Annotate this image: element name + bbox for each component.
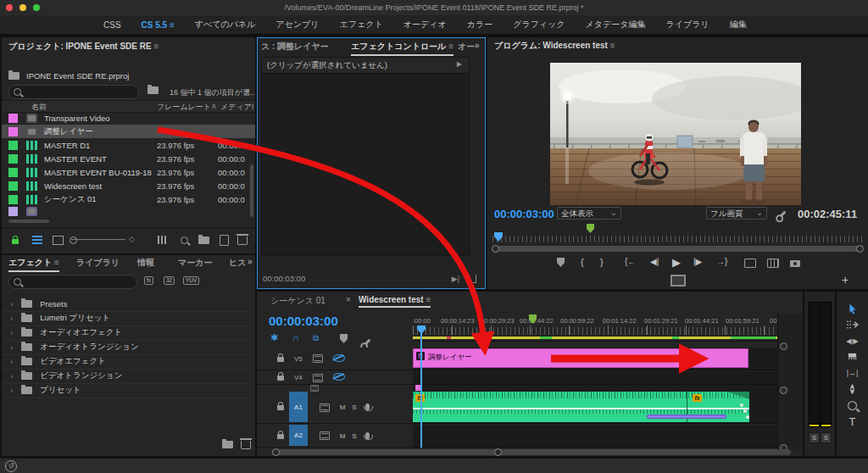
goto-out-icon[interactable]: →} <box>716 257 727 266</box>
tab-libraries[interactable]: ライブラリ <box>76 257 120 269</box>
sequence-marker-icon[interactable] <box>587 224 594 233</box>
track-header-v4[interactable]: V4 <box>257 371 413 385</box>
table-row[interactable]: Transparent Video <box>2 111 255 125</box>
table-row-partial[interactable] <box>2 206 255 217</box>
icon-view-icon[interactable] <box>53 236 64 245</box>
tab-sequence-01[interactable]: シーケンス 01 <box>270 295 326 307</box>
pen-tool[interactable] <box>842 381 864 397</box>
table-row[interactable]: シーケンス 01 23.976 fps 00:00:0 <box>2 192 255 206</box>
label-color-chip[interactable] <box>8 207 18 216</box>
effects-folder-row[interactable]: ›Presets <box>2 297 249 312</box>
timeline-playhead-line[interactable] <box>420 332 422 448</box>
track-lock-icon[interactable] <box>277 403 284 412</box>
export-frame-icon[interactable] <box>790 259 800 269</box>
mark-in-icon[interactable]: { <box>581 257 584 267</box>
zoom-tool[interactable] <box>842 398 864 413</box>
tab-overflow-icon[interactable]: » <box>475 41 480 50</box>
extract-icon[interactable] <box>767 259 779 268</box>
mute-button[interactable]: M <box>337 403 348 411</box>
comparison-view-icon[interactable] <box>670 275 686 287</box>
ripple-edit-tool[interactable]: ◀|▶ <box>842 333 864 348</box>
track-target-a2[interactable]: A2 <box>289 425 308 446</box>
snap-magnet-icon[interactable]: ∩ <box>292 332 299 342</box>
search-bin-icon[interactable] <box>147 86 159 96</box>
workspace-tab-audio[interactable]: オーディオ <box>403 19 447 31</box>
project-hscrollbar[interactable] <box>8 220 49 223</box>
new-bin-icon[interactable] <box>198 236 209 246</box>
label-color-chip[interactable] <box>8 195 18 204</box>
table-row[interactable]: MASTER D1 23.976 fps 00:00:0 <box>2 138 255 152</box>
tab-source-clip[interactable]: ス : 調整レイヤー <box>261 41 329 53</box>
toggle-track-output-icon[interactable] <box>333 354 345 364</box>
voiceover-mic-icon[interactable] <box>365 403 370 412</box>
mute-button[interactable]: M <box>337 432 348 440</box>
label-color-chip[interactable] <box>8 168 18 177</box>
quality-select[interactable]: フル画質⌄ <box>706 207 767 220</box>
effects-folder-row[interactable]: ›オーディオトランジション <box>2 340 249 355</box>
linked-selection-icon[interactable]: ⧉ <box>313 333 319 343</box>
workspace-tab-metadata[interactable]: メタデータ編集 <box>586 19 646 31</box>
expand-chevron-icon[interactable]: › <box>10 314 13 323</box>
zoom-slider-knob[interactable] <box>70 236 77 244</box>
expand-chevron-icon[interactable]: › <box>10 342 13 352</box>
slip-tool[interactable]: |↔| <box>842 365 864 381</box>
accelerated-effects-badge-icon[interactable]: fx <box>144 276 153 285</box>
step-back-icon[interactable]: ◀| <box>650 257 659 266</box>
panel-menu-icon[interactable]: ≡ <box>153 42 159 51</box>
new-custom-bin-icon[interactable] <box>222 441 233 450</box>
play-icon[interactable]: ▶ <box>672 256 681 269</box>
workspace-tab-all-panels[interactable]: すべてのパネル <box>195 19 256 31</box>
scrollbar-right-knob[interactable] <box>856 245 864 253</box>
source-patch-icon[interactable] <box>320 431 330 440</box>
tab-info[interactable]: 情報 <box>137 257 154 269</box>
track-lock-icon[interactable] <box>277 431 284 441</box>
readonly-lock-icon[interactable] <box>12 236 19 246</box>
table-row[interactable]: MASTER EVENT BU-0119-18 23.976 fps 00:00… <box>2 165 255 179</box>
tab-overflow-icon[interactable]: » <box>248 257 253 266</box>
new-item-icon[interactable] <box>220 235 229 246</box>
program-scrollbar[interactable] <box>492 246 863 252</box>
goto-in-icon[interactable]: {← <box>625 257 636 266</box>
table-row-selected[interactable]: 調整レイヤー <box>2 125 255 138</box>
volume-keyframe-dot[interactable] <box>743 409 747 413</box>
source-patch-icon[interactable] <box>313 354 323 363</box>
source-patch-icon[interactable] <box>320 403 330 412</box>
workspace-tab-menu-icon[interactable]: ≡ <box>170 20 175 30</box>
label-color-chip[interactable] <box>8 114 18 123</box>
mark-out-icon[interactable]: } <box>600 257 604 267</box>
timeline-ruler[interactable]: :00:00 00:00:14:23 00:00:29:23 00:00:44:… <box>413 314 780 342</box>
program-panel-tab[interactable]: プログラム: Widescreen test ≡ <box>494 40 615 52</box>
workspace-tab-libraries[interactable]: ライブラリ <box>666 19 709 31</box>
list-view-icon[interactable] <box>32 236 42 244</box>
tab-markers[interactable]: マーカー <box>178 257 212 269</box>
sync-status-icon[interactable]: ↺ <box>5 460 17 472</box>
workspace-tab-color[interactable]: カラー <box>467 19 492 31</box>
tab-effect-controls[interactable]: エフェクトコントロール ≡ <box>351 41 453 56</box>
vscroll-knob[interactable] <box>780 387 787 394</box>
workspace-tab-effects[interactable]: エフェクト <box>340 19 383 31</box>
adjustment-layer-clip[interactable]: fx 調整レイヤー <box>413 348 748 368</box>
source-patch-icon[interactable] <box>313 374 323 382</box>
label-color-chip[interactable] <box>8 141 18 150</box>
workspace-tab-graphics[interactable]: グラフィック <box>513 19 565 31</box>
meter-solo-left-button[interactable]: S <box>809 432 820 443</box>
effects-folder-row[interactable]: ›ビデオエフェクト <box>2 354 249 370</box>
expand-chevron-icon[interactable]: › <box>10 371 13 381</box>
tab-effects[interactable]: エフェクト ≡ <box>8 257 59 272</box>
export-icon[interactable] <box>466 275 476 283</box>
track-lock-icon[interactable] <box>277 354 284 364</box>
badge-yuv-icon[interactable]: YUV <box>183 276 199 285</box>
table-row[interactable]: MASTER EVENT 23.976 fps 00:00:0 <box>2 152 255 165</box>
voiceover-mic-icon[interactable] <box>365 431 370 441</box>
scrollbar-left-knob[interactable] <box>492 245 499 253</box>
track-target-a1[interactable]: A1 <box>289 392 308 422</box>
workspace-tab-cs55[interactable]: CS 5.5 ≡ <box>142 20 175 30</box>
vscroll-knob[interactable] <box>780 342 787 350</box>
timeline-view-toggle-icon[interactable]: ▶ <box>457 60 462 68</box>
program-timecode[interactable]: 00:00:03:00 <box>494 208 554 220</box>
effects-folder-row[interactable]: ›ビデオトランジション <box>2 369 249 384</box>
type-tool[interactable]: T <box>842 414 864 429</box>
trash-icon[interactable] <box>237 236 248 247</box>
razor-tool[interactable] <box>842 349 864 364</box>
track-v4-body[interactable] <box>413 371 777 385</box>
